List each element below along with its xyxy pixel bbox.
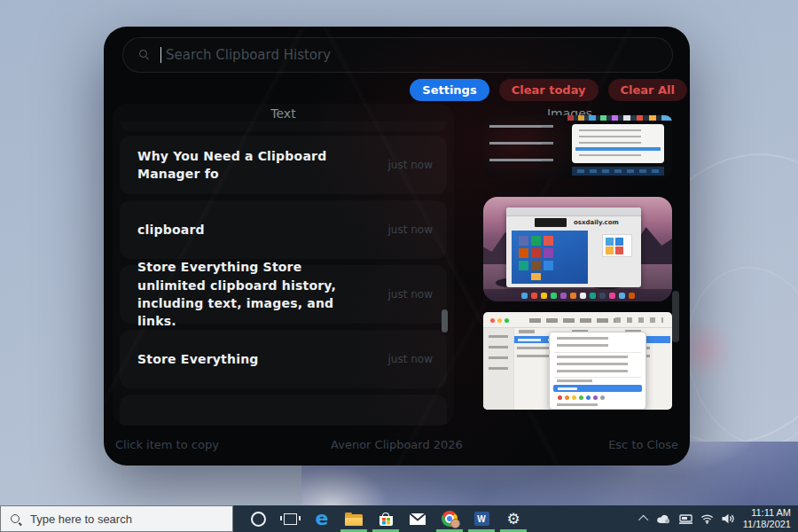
- item-text: Store Everything Store unlimited clipboa…: [137, 258, 368, 330]
- start-tile: [519, 236, 528, 246]
- system-tray: 11:11 AM 11/18/2021: [641, 507, 798, 530]
- clipboard-text-item[interactable]: Store Everything just now: [120, 330, 447, 388]
- pseudo-toolbar-text: [529, 318, 618, 323]
- tag-dot-gray: [600, 395, 605, 400]
- mini-titlebar: [506, 207, 641, 216]
- mini-tile: [606, 238, 614, 246]
- mini-site-text: osxdaily.com: [574, 219, 619, 226]
- start-tile: [531, 273, 541, 280]
- clipboard-image-item-mac-desktop[interactable]: osxdaily.com: [483, 197, 672, 301]
- panel-footer: Click item to copy Avenor Clipboard 2026…: [115, 433, 678, 456]
- start-tile: [531, 261, 541, 270]
- mail-taskbar-button[interactable]: [402, 505, 434, 532]
- clipboard-search-bar[interactable]: [122, 37, 673, 73]
- clipboard-text-item[interactable]: Why You Need a Clipboard Manager fo just…: [120, 136, 447, 194]
- start-tile: [519, 248, 528, 258]
- mini-tile-cluster: [602, 234, 632, 257]
- dock-icon: [580, 293, 586, 299]
- dock-icon: [570, 293, 576, 299]
- tag-dot-purple: [593, 395, 598, 400]
- taskbar-search-placeholder: Type here to search: [30, 512, 132, 526]
- mini-taskbar: [572, 167, 664, 176]
- clear-all-button[interactable]: Clear All: [608, 79, 688, 101]
- store-icon: [379, 516, 393, 526]
- pseudo-text-lines: [489, 335, 508, 374]
- task-view-icon: [284, 513, 297, 525]
- divider: [554, 352, 641, 353]
- start-tile: [531, 248, 541, 258]
- mini-sidebar: [483, 328, 514, 410]
- mini-context-menu: [549, 332, 646, 410]
- dock-icon: [560, 293, 567, 299]
- clipboard-text-item[interactable]: Store Everything Store unlimited clipboa…: [120, 265, 447, 324]
- item-text: clipboard: [137, 221, 205, 239]
- taskbar-search-box[interactable]: Type here to search: [0, 505, 233, 532]
- chrome-taskbar-button[interactable]: [434, 505, 466, 532]
- traffic-light-zoom: [505, 318, 509, 323]
- start-tile: [544, 236, 553, 246]
- onedrive-cloud-icon[interactable]: [656, 513, 671, 524]
- dock-icon: [590, 293, 596, 299]
- search-icon: [10, 513, 21, 525]
- tray-expand-chevron-icon[interactable]: [638, 515, 648, 525]
- taskbar-clock[interactable]: 11:11 AM 11/18/2021: [743, 507, 791, 530]
- mini-dock: [483, 289, 672, 301]
- word-taskbar-button[interactable]: W: [466, 505, 497, 532]
- clipboard-text-item-partial[interactable]: [120, 395, 447, 426]
- tag-dot-yellow: [572, 395, 576, 400]
- mini-tile: [606, 246, 614, 254]
- tag-dot-blue: [586, 395, 591, 400]
- pseudo-toolbar-icons: [615, 317, 663, 323]
- clipboard-text-item[interactable]: clipboard just now: [120, 200, 447, 259]
- wifi-icon[interactable]: [700, 513, 714, 524]
- item-text: Why You Need a Clipboard Manager fo: [137, 147, 368, 184]
- start-tile: [544, 248, 553, 258]
- dock-icon: [541, 293, 547, 299]
- images-column-scrollbar[interactable]: [672, 291, 679, 342]
- profile-avatar: [450, 519, 460, 528]
- dock-icon: [609, 293, 615, 299]
- panel-action-buttons: Settings Clear today Clear All: [410, 79, 687, 101]
- selection-bar: [575, 147, 661, 151]
- pseudo-menu-lines: [557, 337, 608, 349]
- mini-window: [572, 124, 664, 163]
- store-taskbar-button[interactable]: [370, 505, 402, 532]
- mini-browser-window: osxdaily.com: [506, 207, 641, 287]
- clock-date: 11/18/2021: [743, 519, 791, 530]
- clock-time: 11:11 AM: [751, 507, 791, 519]
- start-tile: [531, 236, 541, 246]
- file-explorer-taskbar-button[interactable]: [338, 505, 370, 532]
- traffic-light-minimize: [497, 318, 502, 323]
- dock-icon: [551, 293, 557, 299]
- pseudo-menu-lines: [557, 379, 592, 382]
- task-view-button[interactable]: [274, 505, 306, 532]
- text-caret: [160, 47, 161, 63]
- highlighted-menu-item: [553, 385, 642, 392]
- clipboard-image-item-app-screenshot[interactable]: [483, 115, 672, 177]
- clipboard-search-input[interactable]: [164, 46, 629, 64]
- clipboard-panel: Settings Clear today Clear All Text Why …: [104, 27, 690, 466]
- clear-today-button[interactable]: Clear today: [499, 79, 598, 101]
- text-column: Text Why You Need a Clipboard Manager fo…: [113, 104, 454, 426]
- word-icon: W: [474, 512, 489, 526]
- pseudo-icons: [577, 169, 659, 173]
- pseudo-text-lines: [579, 129, 641, 156]
- desktop: Settings Clear today Clear All Text Why …: [0, 0, 798, 532]
- start-tile: [544, 261, 553, 270]
- start-tile: [519, 261, 528, 270]
- volume-icon[interactable]: [722, 513, 735, 524]
- item-time: just now: [388, 159, 433, 171]
- tag-dot-orange: [565, 395, 569, 400]
- settings-button[interactable]: Settings: [410, 79, 489, 101]
- edge-icon: e: [316, 509, 329, 528]
- mini-tile: [615, 238, 623, 246]
- settings-taskbar-button[interactable]: ⚙: [497, 505, 529, 532]
- laptop-battery-icon[interactable]: [679, 514, 692, 524]
- item-time: just now: [388, 353, 433, 365]
- cortana-button[interactable]: [242, 505, 274, 532]
- clipboard-image-item-finder-window[interactable]: [483, 312, 672, 410]
- edge-taskbar-button[interactable]: e: [306, 505, 338, 532]
- dock-icon: [521, 293, 528, 299]
- text-column-scrollbar[interactable]: [442, 309, 448, 332]
- traffic-light-close: [490, 318, 495, 323]
